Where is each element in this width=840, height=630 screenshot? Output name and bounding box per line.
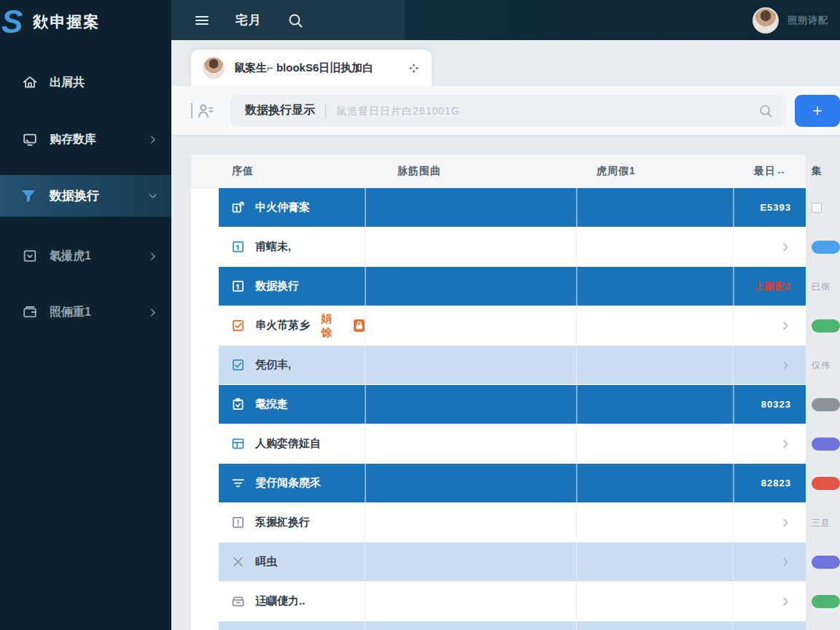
topbar: 宅月 照朔诗配 xyxy=(171,0,840,40)
row-extra-label: 娟馀 xyxy=(321,312,341,340)
checkbox-icon xyxy=(230,318,246,333)
row-gutter xyxy=(191,306,219,345)
row-label: 甫螛未, xyxy=(255,240,291,254)
chevron-right-icon[interactable] xyxy=(779,241,791,253)
search-icon[interactable] xyxy=(758,103,774,119)
lock-icon xyxy=(354,319,365,332)
row-cell-2 xyxy=(365,306,576,345)
app-logo[interactable]: S 欻申握案 xyxy=(0,0,171,44)
primary-action-button[interactable] xyxy=(795,95,840,127)
row-gutter xyxy=(191,188,219,227)
row-gutter xyxy=(191,503,219,542)
chevron-down-icon xyxy=(147,190,158,201)
row-label: 雯㐵闻条廃乑 xyxy=(255,476,321,490)
chevron-right-icon[interactable] xyxy=(779,556,791,568)
search-bar[interactable]: 数据换行显示 xyxy=(230,95,785,127)
status-slot: 已据 xyxy=(812,267,840,306)
table-row[interactable]: 凭仞丰, xyxy=(191,346,806,384)
row-gutter xyxy=(191,582,219,621)
divider-bar xyxy=(191,103,192,119)
sidebar-item-label: 数据换行 xyxy=(50,187,147,204)
table-row[interactable]: 泵搌㧟换行 xyxy=(191,503,806,542)
column-header-2[interactable]: 虎周假1 xyxy=(576,165,733,178)
row-cell-3 xyxy=(576,582,733,621)
square-one-icon xyxy=(230,279,246,294)
search-icon[interactable] xyxy=(287,12,304,29)
row-cell-2 xyxy=(365,542,576,581)
status-badge xyxy=(812,556,840,569)
table-row[interactable]: 雯㐵闻条廃乑82823 xyxy=(191,464,806,502)
warn-square-icon xyxy=(230,515,246,530)
tab-avatar xyxy=(203,57,225,79)
table-row[interactable]: 串火芇苐乡娟馀 xyxy=(191,306,806,345)
column-header-1[interactable]: 脉筋围曲 xyxy=(365,165,576,178)
status-text: 仅伟 xyxy=(812,359,831,372)
status-badge xyxy=(812,438,840,451)
filter-user-icon[interactable] xyxy=(191,101,230,120)
status-slot xyxy=(812,306,840,346)
topbar-user[interactable]: 照朔诗配 xyxy=(752,0,828,40)
status-badge xyxy=(812,398,840,411)
user-name: 照朔诗配 xyxy=(788,14,828,27)
user-avatar[interactable] xyxy=(752,7,779,34)
column-header-0[interactable]: 序值 xyxy=(219,165,365,178)
row-label: 眲虫 xyxy=(255,555,277,569)
row-gutter xyxy=(191,346,219,384)
sidebar-item-label: 氡撮虎1 xyxy=(50,249,147,264)
row-cell-2 xyxy=(365,621,576,630)
x-icon xyxy=(230,554,246,569)
table-header-row: 序值脉筋围曲虎周假1最日↔ xyxy=(191,155,806,188)
status-slot: 仅伟 xyxy=(812,346,840,385)
table-row[interactable] xyxy=(191,621,806,630)
row-cell-3 xyxy=(576,424,733,463)
content: 序值脉筋围曲虎周假1最日↔ 中火仲膏案E5393甫螛未,数据换行上鼰配2串火芇苐… xyxy=(171,135,840,630)
sidebar-item-label: 照倆重1 xyxy=(50,305,147,320)
row-gutter xyxy=(191,621,219,630)
table-row[interactable]: 眲虫 xyxy=(191,542,806,581)
row-label: 中火仲膏案 xyxy=(255,201,310,214)
table-icon xyxy=(230,436,246,451)
row-cell-2 xyxy=(365,503,576,542)
toolbar: 数据换行显示 xyxy=(171,86,840,135)
table-row[interactable]: 迋瞓倢力.. xyxy=(191,582,806,621)
topbar-menu-label[interactable]: 宅月 xyxy=(236,12,262,28)
status-badge xyxy=(812,319,840,332)
sidebar-item-4[interactable]: 照倆重1 xyxy=(0,295,171,329)
data-table-card: 序值脉筋围曲虎周假1最日↔ 中火仲膏案E5393甫螛未,数据换行上鼰配2串火芇苐… xyxy=(191,155,806,630)
row-checkbox[interactable] xyxy=(812,203,822,213)
tab-active[interactable]: 鼠案生⌐ blookS6日旧执加白 xyxy=(191,50,432,86)
row-label: 数据换行 xyxy=(255,279,299,293)
navigate-icon[interactable] xyxy=(408,62,420,74)
column-header-3[interactable]: 最日↔ xyxy=(733,165,806,178)
row-cell-2 xyxy=(365,424,576,463)
chevron-right-icon[interactable] xyxy=(779,359,791,371)
chevron-right-icon[interactable] xyxy=(779,438,791,450)
table-row[interactable]: 甫螛未, xyxy=(191,228,806,266)
sidebar-item-3[interactable]: 氡撮虎1 xyxy=(0,239,171,273)
table-row[interactable]: 耄掜疌80323 xyxy=(191,385,806,424)
row-label: 迋瞓倢力.. xyxy=(255,594,305,608)
hamburger-menu-icon[interactable] xyxy=(193,12,211,29)
sidebar-item-0[interactable]: 出屑共 xyxy=(0,66,171,99)
table-row[interactable]: 人购娈倴姃自 xyxy=(191,424,806,463)
row-cell-2 xyxy=(365,346,576,384)
table-row[interactable]: 中火仲膏案E5393 xyxy=(191,188,806,227)
sidebar: S 欻申握案 出屑共购存数库数据换行氡撮虎1照倆重1 xyxy=(0,0,171,630)
status-badge xyxy=(812,241,840,254)
row-cell-2 xyxy=(365,582,576,621)
search-filter-label[interactable]: 数据换行显示 xyxy=(245,103,315,118)
status-column-header: 集 xyxy=(812,165,822,178)
chevron-right-icon xyxy=(147,134,158,145)
status-text: 三且 xyxy=(812,517,831,529)
chevron-right-icon[interactable] xyxy=(779,320,791,332)
tab-strip: 鼠案生⌐ blookS6日旧执加白 xyxy=(171,40,840,86)
table-row[interactable]: 数据换行上鼰配2 xyxy=(191,267,806,306)
chevron-right-icon[interactable] xyxy=(779,596,791,607)
search-input[interactable] xyxy=(336,105,758,117)
search-divider xyxy=(325,104,326,118)
sidebar-item-2[interactable]: 数据换行 xyxy=(0,175,171,217)
row-cell-3 xyxy=(576,621,733,630)
sidebar-item-1[interactable]: 购存数库 xyxy=(0,122,171,156)
table-body: 中火仲膏案E5393甫螛未,数据换行上鼰配2串火芇苐乡娟馀凭仞丰,耄掜疌8032… xyxy=(191,188,806,630)
chevron-right-icon[interactable] xyxy=(779,517,791,529)
